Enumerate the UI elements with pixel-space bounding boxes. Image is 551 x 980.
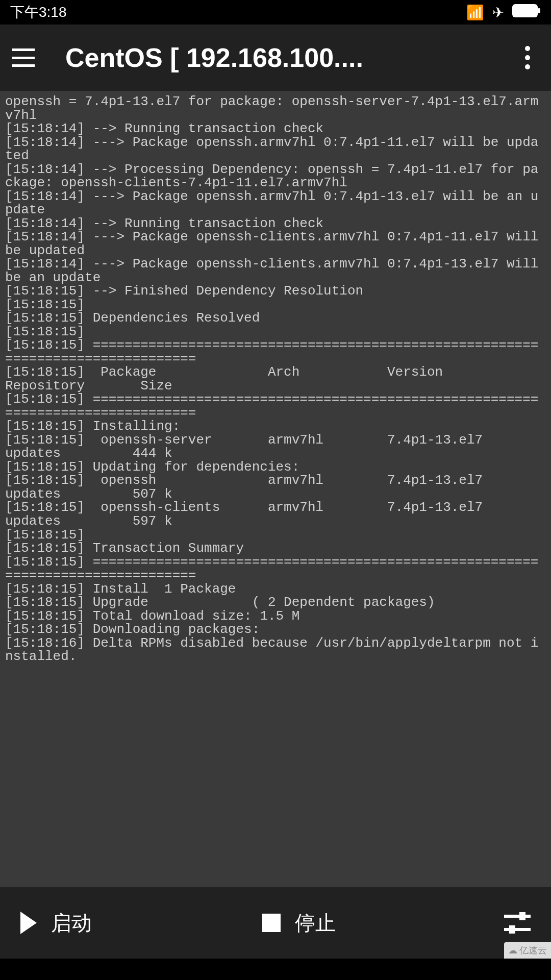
svg-rect-1: [538, 8, 540, 13]
cloud-icon: ☁: [508, 945, 517, 956]
stop-label: 停止: [295, 909, 336, 937]
wifi-icon: 📶: [466, 4, 484, 21]
svg-rect-0: [512, 4, 538, 17]
airplane-icon: ✈: [492, 4, 504, 21]
status-time: 下午3:18: [10, 3, 67, 22]
start-label: 启动: [51, 909, 92, 937]
watermark: ☁ 亿速云: [504, 942, 551, 959]
battery-icon: [512, 4, 541, 21]
status-icons: 📶 ✈: [466, 4, 541, 21]
sliders-icon: [504, 910, 531, 936]
more-options-icon[interactable]: [516, 46, 539, 69]
start-button[interactable]: 启动: [20, 909, 242, 937]
status-bar: 下午3:18 📶 ✈: [0, 0, 551, 24]
bottom-toolbar: 启动 停止 ☁ 亿速云: [0, 887, 551, 959]
stop-icon: [262, 914, 281, 932]
play-icon: [20, 912, 37, 934]
menu-icon[interactable]: [12, 48, 35, 67]
page-title: CentOS [ 192.168.100....: [65, 42, 516, 73]
stop-button[interactable]: 停止: [262, 909, 484, 937]
terminal-output[interactable]: openssh = 7.4p1-13.el7 for package: open…: [0, 91, 551, 887]
settings-button[interactable]: [504, 910, 531, 936]
app-bar: CentOS [ 192.168.100....: [0, 24, 551, 91]
watermark-text: 亿速云: [519, 944, 547, 957]
